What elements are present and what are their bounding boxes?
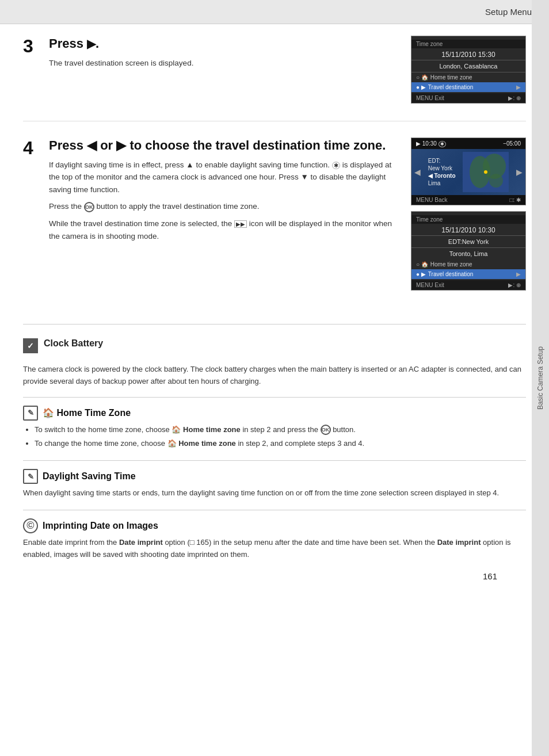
step-3-title-press: Press (49, 36, 87, 51)
imprinting-icon: © (23, 518, 38, 533)
divider-4 (23, 510, 526, 510)
cs1-label: Time zone (411, 40, 525, 48)
cs1-travel-icon: ● ▶ (416, 84, 426, 90)
cs2-home-icon: ○ 🏠 (416, 261, 428, 268)
page-number: 161 (23, 571, 526, 581)
cs1-row1-label: Home time zone (430, 74, 472, 81)
cs2-topbar-right: −05:00 (503, 140, 521, 147)
cs2-arrow-right: ▶ (516, 167, 523, 177)
cs1-row1: ○ 🏠 Home time zone (411, 72, 525, 82)
home-time-zone-icon: ✎ (23, 406, 38, 421)
step-4-image: ▶ 10:30 ✱ −05:00 ◀ EDT: New York ◀ Toron… (411, 138, 526, 296)
sidebar: Basic Camera Setup (532, 0, 549, 756)
cs2-footer-left: MENU Back (416, 197, 447, 203)
cs2-dst-icon: ✱ (439, 141, 446, 147)
step-4-para2: Press the OK button to apply the travel … (49, 200, 399, 213)
home-list-item-1: To switch to the home time zone, choose … (35, 424, 526, 436)
cs2-row1: ○ 🏠 Home time zone (411, 259, 525, 269)
imprinting-bold-2: Date imprint (437, 538, 481, 547)
cs2-edt: EDT: (428, 158, 456, 164)
ok-sym-1: OK (321, 425, 331, 435)
daylight-saving-icon: ✎ (23, 469, 38, 484)
divider-2 (23, 397, 526, 398)
cs2-newyork: New York (428, 165, 456, 171)
cs1-home-icon: ○ 🏠 (416, 74, 428, 81)
travel-icon-sym: ▶▶ (234, 220, 247, 228)
clock-battery-section: ✓ Clock Battery (23, 333, 526, 358)
camera-screen-2: Time zone 15/11/2010 10:30 EDT:New York … (411, 211, 526, 291)
cs2-label: Time zone (411, 215, 525, 224)
imprinting-title: Imprinting Date on Images (43, 521, 158, 531)
cs2-screen-footer: MENU Exit ▶: ⊕ (411, 280, 525, 290)
daylight-saving-header: ✎ Daylight Saving Time (23, 469, 526, 484)
cs2-footer-icon: ▶: ⊕ (508, 282, 521, 288)
step-4-title: Press ◀ or ▶ to choose the travel destin… (49, 138, 399, 154)
camera-screen-map: ▶ 10:30 ✱ −05:00 ◀ EDT: New York ◀ Toron… (411, 138, 526, 205)
clock-battery-icon: ✓ (23, 338, 38, 353)
dst-icon: ✱ (332, 162, 340, 169)
page-header: Setup Menu (0, 0, 549, 24)
step-4-number: 4 (23, 138, 49, 296)
clock-battery-title-text: Clock Battery (44, 338, 103, 349)
cs2-footer-right: □: ✱ (509, 197, 521, 203)
cs1-selected-mark: ▶ (516, 84, 521, 90)
svg-point-5 (484, 170, 487, 174)
camera-screen-1: Time zone 15/11/2010 15:30 London, Casab… (411, 36, 526, 104)
cs2-footer-exit: MENU Exit (416, 282, 444, 288)
cs2-map-visual (463, 152, 509, 192)
step-3-image: Time zone 15/11/2010 15:30 London, Casab… (411, 36, 526, 109)
cs2-footer: MENU Back □: ✱ (411, 195, 525, 205)
cs2-row1-label: Home time zone (430, 261, 472, 268)
step-3-title: Press ▶. (49, 36, 399, 52)
step-3-period: . (96, 36, 99, 51)
home-list-item-2: To change the home time zone, choose 🏠 H… (35, 438, 526, 450)
cs1-footer: MENU Exit ▶: ⊕ (411, 93, 525, 103)
main-content: 3 Press ▶. The travel destination screen… (0, 24, 549, 593)
cs1-time: 15/11/2010 15:30 (411, 48, 525, 60)
step-4-section: 4 Press ◀ or ▶ to choose the travel dest… (23, 138, 526, 308)
cs2-selected-mark: ▶ (516, 271, 521, 277)
header-title: Setup Menu (485, 7, 532, 17)
divider-3 (23, 460, 526, 461)
step-4-para3: While the travel destination time zone i… (49, 217, 399, 242)
clock-battery-body: The camera clock is powered by the clock… (23, 364, 526, 388)
imprinting-body: Enable date imprint from the Date imprin… (23, 537, 526, 561)
clock-battery-title: Clock Battery (44, 338, 103, 348)
cs2-location2: Toronto, Lima (411, 248, 525, 259)
imprinting-header: © Imprinting Date on Images (23, 518, 526, 533)
home-time-zone-body: To switch to the home time zone, choose … (23, 424, 526, 450)
home-time-zone-section: ✎ 🏠 Home Time Zone To switch to the home… (23, 406, 526, 450)
cs2-arrow-left: ◀ (414, 167, 421, 177)
step-3-arrow: ▶ (87, 37, 96, 50)
cs1-footer-right: ▶: ⊕ (508, 95, 521, 101)
imprinting-section: © Imprinting Date on Images Enable date … (23, 518, 526, 561)
daylight-saving-title: Daylight Saving Time (43, 471, 136, 482)
ok-button-sym: OK (84, 202, 94, 212)
cs1-footer-left: MENU Exit (416, 95, 444, 101)
cs2-time: 15/11/2010 10:30 (411, 224, 525, 236)
home-time-zone-list: To switch to the home time zone, choose … (23, 424, 526, 450)
cs1-location: London, Casablanca (411, 60, 525, 72)
cs2-cities: EDT: New York ◀ Toronto Lima (428, 158, 456, 186)
cs2-topbar: ▶ 10:30 ✱ −05:00 (411, 138, 525, 149)
cs2-location1: EDT:New York (411, 236, 525, 248)
cs2-map: ◀ EDT: New York ◀ Toronto Lima (411, 149, 525, 195)
home-bold-2: 🏠 Home time zone (167, 439, 236, 448)
cs2-lima: Lima (428, 180, 456, 186)
cs2-topbar-left: ▶ 10:30 ✱ (416, 140, 446, 147)
divider-1 (23, 324, 526, 324)
cs2-travel-icon: ● ▶ (416, 271, 426, 277)
step-3-number: 3 (23, 36, 49, 109)
daylight-saving-body: When daylight saving time starts or ends… (23, 487, 526, 499)
cs1-row2: ● ▶ Travel destination ▶ (411, 82, 525, 92)
step-3-desc: The travel destination screen is display… (49, 57, 399, 70)
step-4-para1: If daylight saving time is in effect, pr… (49, 159, 399, 196)
home-time-zone-title: 🏠 Home Time Zone (43, 407, 131, 418)
map-svg (463, 152, 509, 192)
cs2-row2-label: Travel destination (428, 271, 474, 277)
imprinting-bold-1: Date imprint (119, 538, 163, 547)
sidebar-label: Basic Camera Setup (536, 346, 544, 410)
step-3-section: 3 Press ▶. The travel destination screen… (23, 36, 526, 121)
step-3-content: Press ▶. The travel destination screen i… (49, 36, 411, 109)
svg-point-3 (489, 174, 503, 188)
